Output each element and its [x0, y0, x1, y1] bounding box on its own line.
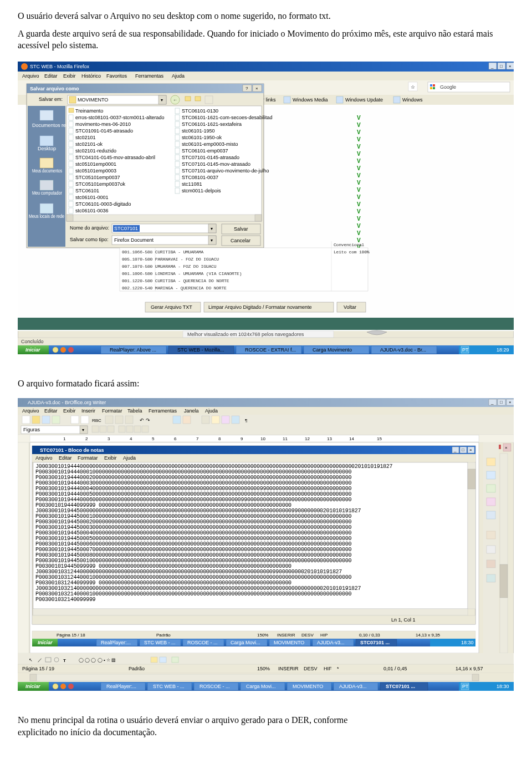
- svg-text:Arquivo[interactable]: Arquivo: [35, 455, 53, 461]
- svg-text:005.1070-500 PARANAVAI - FOZ D: 005.1070-500 PARANAVAI - FOZ DO IGUACU: [122, 257, 219, 262]
- svg-text:V: V: [357, 201, 361, 207]
- bookmark-windows[interactable]: Windows: [402, 97, 423, 103]
- svg-text:Tabela[interactable]: Tabela: [127, 408, 142, 414]
- svg-rect-242: [487, 531, 495, 539]
- svg-text:INSERIR: INSERIR: [278, 666, 299, 671]
- h-scrollbar[interactable]: [66, 215, 262, 221]
- svg-text:150%: 150%: [257, 633, 268, 638]
- svg-text:_: _: [490, 400, 494, 405]
- svg-text:Janela[interactable]: Janela: [184, 408, 199, 414]
- svg-rect-327: [160, 657, 166, 663]
- writer-h-scrollbar[interactable]: [30, 674, 479, 681]
- svg-rect-85: [69, 135, 73, 140]
- svg-text:Exibir[interactable]: Exibir: [104, 455, 117, 461]
- svg-text:AJUDA-v3...: AJUDA-v3...: [317, 640, 345, 645]
- svg-text:Ferramentas[interactable]: Ferramentas: [149, 408, 177, 414]
- new-folder-icon[interactable]: [195, 96, 201, 101]
- svg-rect-238: [487, 471, 495, 479]
- svg-text:Ajuda[interactable]: Ajuda: [205, 408, 218, 414]
- svg-text:V: V: [357, 129, 361, 135]
- window-controls[interactable]: _ □ ×: [489, 63, 514, 69]
- svg-text:8: 8: [218, 436, 221, 441]
- svg-text:RealPlayer:...: RealPlayer:...: [101, 640, 131, 645]
- firefox-title: STC WEB - Mozilla Firefox: [30, 64, 90, 69]
- svg-rect-328: [172, 657, 178, 663]
- firefox-menu-tools[interactable]: Ferramentas: [135, 73, 164, 79]
- place-network[interactable]: Meus locais de rede: [29, 213, 64, 219]
- svg-rect-218: [30, 435, 479, 442]
- svg-text:RealPlayer:...: RealPlayer:...: [106, 684, 136, 689]
- firefox-menu-edit[interactable]: Editar: [44, 73, 58, 79]
- svg-text:Carga Movimento: Carga Movimento: [313, 347, 352, 353]
- writer-toolbar-2[interactable]: [92, 426, 149, 432]
- bookmarks-links-label: r links: [263, 97, 276, 103]
- svg-rect-120: [175, 175, 180, 180]
- place-desktop[interactable]: Desktop: [38, 146, 56, 151]
- writer-v-scrollbar[interactable]: [500, 454, 508, 653]
- svg-text:?: ?: [245, 86, 248, 91]
- filename-label: Nome do arquivo:: [70, 225, 109, 231]
- firefox-menu-file[interactable]: Arquivo: [22, 73, 39, 79]
- svg-rect-210: [92, 426, 99, 432]
- svg-rect-200: [183, 416, 191, 424]
- taskbar-buttons[interactable]: RealPlayer: Above ... STC WEB - Mozilla.…: [101, 346, 437, 354]
- svg-text:Editar[interactable]: Editar: [59, 455, 72, 461]
- svg-rect-51: [69, 96, 76, 103]
- svg-text:Inserir[interactable]: Inserir: [81, 408, 95, 414]
- svg-rect-240: [487, 498, 495, 506]
- svg-rect-124: [255, 215, 262, 221]
- svg-rect-257: [32, 454, 475, 462]
- place-my-docs[interactable]: Meus documentos: [32, 168, 62, 174]
- svg-rect-119: [175, 168, 180, 174]
- svg-rect-83: [69, 121, 73, 127]
- views-icon[interactable]: [205, 96, 213, 104]
- screenshot-2-container: AJUDA-v3.doc - BrOffice.org Writer _ □ ×…: [18, 398, 515, 691]
- svg-text:Carga Movi...: Carga Movi...: [246, 684, 276, 689]
- svg-point-155: [68, 347, 74, 353]
- inner-taskbar-buttons[interactable]: RealPlayer:... STC WEB - ... ROSCOE - ..…: [96, 639, 397, 646]
- svg-rect-114: [175, 135, 180, 140]
- svg-text:V: V: [357, 187, 361, 193]
- svg-text:stc05101emp0001: stc05101emp0001: [75, 161, 116, 167]
- svg-text:PT: PT: [462, 684, 469, 689]
- firefox-menu-view[interactable]: Exibir: [63, 73, 76, 79]
- firefox-menu-history[interactable]: Histórico: [81, 73, 101, 79]
- notepad-h-scrollbar[interactable]: [33, 609, 468, 615]
- svg-rect-112: [175, 121, 180, 127]
- svg-text:T: T: [63, 658, 66, 663]
- notepad-title: STC07101 - Bloco de notas: [40, 447, 104, 453]
- firefox-menu-bookmarks[interactable]: Favoritos: [106, 73, 127, 79]
- svg-text:↖: ↖: [29, 658, 33, 663]
- svg-text:2: 2: [85, 436, 88, 441]
- svg-text:STC WEB - ...: STC WEB - ...: [144, 640, 176, 645]
- svg-text:stc11081: stc11081: [182, 181, 202, 187]
- svg-text:ROSCOE - ...: ROSCOE - ...: [200, 684, 230, 689]
- svg-text:RealPlayer: Above ...: RealPlayer: Above ...: [110, 347, 156, 353]
- svg-text:*: *: [337, 666, 339, 671]
- firefox-menu-help[interactable]: Ajuda: [172, 73, 185, 79]
- svg-text:Exibir[interactable]: Exibir: [63, 408, 76, 414]
- svg-rect-365: [472, 674, 479, 681]
- svg-text:Ajuda[interactable]: Ajuda: [123, 455, 136, 461]
- svg-text:×: ×: [255, 86, 258, 91]
- svg-text:11: 11: [283, 436, 288, 441]
- svg-text:Arquivo[interactable]: Arquivo: [22, 408, 39, 414]
- svg-rect-62: [40, 180, 53, 190]
- svg-rect-16: [430, 87, 432, 89]
- svg-text:3: 3: [108, 436, 110, 441]
- svg-text:P003001032140099999: P003001032140099999: [35, 597, 96, 603]
- svg-text:_: _: [490, 64, 494, 69]
- svg-text:_: _: [453, 447, 457, 452]
- svg-text:Formatar[interactable]: Formatar: [102, 408, 122, 414]
- svg-rect-211: [100, 426, 106, 432]
- bookmark-windows-update[interactable]: Windows Update: [345, 97, 383, 103]
- bookmark-windows-media[interactable]: Windows Media: [293, 97, 328, 103]
- svg-text:STC05101emp0037: STC05101emp0037: [75, 175, 120, 180]
- svg-text:Formatar[interactable]: Formatar: [78, 455, 98, 461]
- svg-text:STC04101-0145-mov-atrasado-abr: STC04101-0145-mov-atrasado-abril: [75, 155, 155, 160]
- svg-text:Editar[interactable]: Editar: [44, 408, 58, 414]
- svg-text:10: 10: [260, 436, 265, 441]
- svg-rect-61: [40, 158, 53, 168]
- place-my-computer[interactable]: Meu computador: [32, 190, 62, 196]
- svg-point-153: [53, 347, 58, 353]
